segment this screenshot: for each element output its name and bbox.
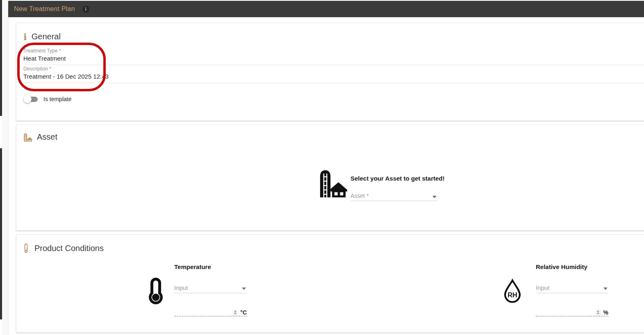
is-template-row: Is template bbox=[23, 95, 71, 103]
product-conditions-title: Product Conditions bbox=[34, 244, 104, 253]
relative-humidity-group: RH Relative Humidity Input % bbox=[503, 261, 626, 327]
number-stepper-icon[interactable] bbox=[596, 309, 601, 316]
temperature-title: Temperature bbox=[174, 263, 211, 270]
asset-empty-state-title: Select your Asset to get started! bbox=[350, 175, 445, 182]
is-template-label: Is template bbox=[43, 96, 71, 102]
number-stepper-icon[interactable] bbox=[232, 309, 238, 316]
temperature-group: Temperature Input °C bbox=[146, 261, 269, 327]
humidity-unit-label: % bbox=[603, 309, 608, 316]
chevron-down-icon bbox=[432, 196, 437, 198]
temperature-unit-label: °C bbox=[240, 309, 247, 316]
treatment-type-underline bbox=[23, 65, 644, 65]
left-gutter bbox=[2, 0, 8, 335]
relative-humidity-title: Relative Humidity bbox=[536, 263, 587, 270]
humidity-drop-icon-label: RH bbox=[507, 291, 517, 299]
asset-section-title: Asset bbox=[37, 132, 57, 142]
treatment-type-value[interactable]: Heat Treatment bbox=[23, 55, 644, 62]
asset-empty-state: Select your Asset to get started! Asset … bbox=[319, 166, 458, 205]
thermometer-icon bbox=[147, 278, 165, 305]
temperature-input-select[interactable]: Input bbox=[174, 284, 247, 293]
asset-select-placeholder: Asset * bbox=[350, 192, 369, 199]
general-section-title: General bbox=[32, 32, 61, 41]
general-section-heading: i General bbox=[23, 32, 61, 41]
silo-barn-large-icon bbox=[319, 168, 347, 198]
humidity-select-placeholder: Input bbox=[536, 284, 549, 291]
humidity-drop-icon: RH bbox=[503, 278, 522, 304]
product-conditions-heading: Product Conditions bbox=[23, 243, 104, 254]
asset-section-card: Asset Select your Asse bbox=[16, 124, 644, 231]
info-icon[interactable]: i bbox=[82, 6, 89, 13]
description-underline bbox=[23, 83, 644, 83]
description-value[interactable]: Treatment - 16 Dec 2025 12:43 bbox=[23, 73, 644, 80]
product-conditions-section-card: Product Conditions Temperature Input bbox=[16, 234, 644, 333]
temperature-select-placeholder: Input bbox=[174, 284, 188, 291]
dialog-header: New Treatment Plan i bbox=[8, 1, 644, 17]
silo-barn-icon bbox=[23, 133, 32, 142]
is-template-toggle[interactable] bbox=[23, 95, 39, 103]
description-label: Description * bbox=[23, 66, 644, 72]
humidity-input-select[interactable]: Input bbox=[536, 284, 608, 293]
asset-select[interactable]: Asset * bbox=[350, 192, 438, 201]
temperature-number-input[interactable]: °C bbox=[174, 309, 247, 317]
chevron-down-icon bbox=[603, 287, 608, 290]
chevron-down-icon bbox=[242, 287, 246, 290]
general-section-card: i General Treatment Type * Heat Treatmen… bbox=[16, 23, 644, 121]
treatment-type-label: Treatment Type * bbox=[23, 48, 644, 54]
humidity-number-input[interactable]: % bbox=[536, 309, 608, 317]
thermometer-small-icon bbox=[23, 243, 29, 254]
asset-section-heading: Asset bbox=[23, 132, 57, 142]
dialog-title: New Treatment Plan bbox=[14, 5, 75, 13]
general-info-icon: i bbox=[23, 32, 27, 41]
toggle-knob-icon bbox=[23, 95, 32, 103]
dialog-body: i General Treatment Type * Heat Treatmen… bbox=[8, 17, 644, 335]
treatment-type-field[interactable]: Treatment Type * Heat Treatment bbox=[23, 48, 644, 65]
description-field[interactable]: Description * Treatment - 16 Dec 2025 12… bbox=[23, 66, 644, 83]
